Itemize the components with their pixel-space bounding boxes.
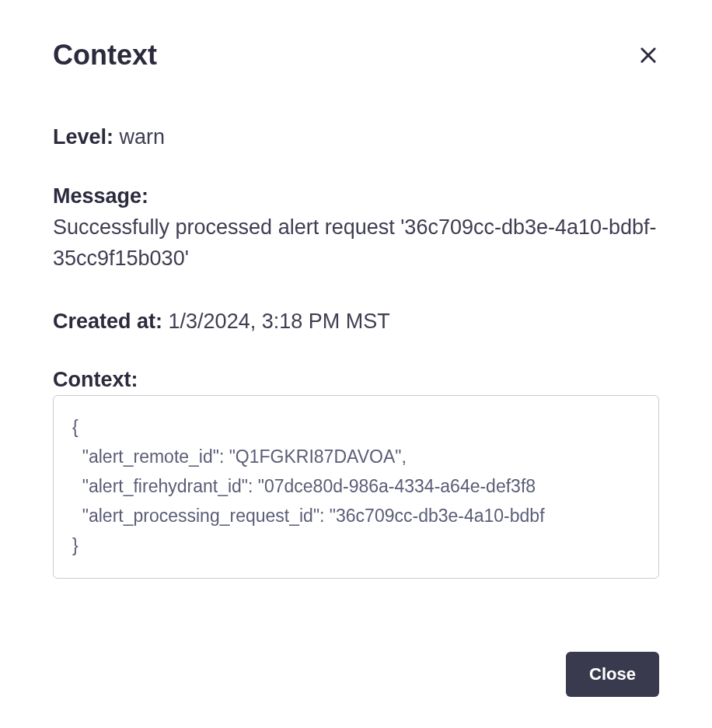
level-label: Level:: [53, 125, 120, 149]
close-button[interactable]: Close: [566, 652, 659, 697]
context-label: Context:: [53, 368, 659, 392]
created-at-value: 1/3/2024, 3:18 PM MST: [169, 310, 390, 333]
field-message: Message: Successfully processed alert re…: [53, 184, 659, 275]
field-context: Context: { "alert_remote_id": "Q1FGKRI87…: [53, 368, 659, 579]
field-created-at: Created at: 1/3/2024, 3:18 PM MST: [53, 306, 659, 338]
created-at-label: Created at:: [53, 310, 169, 333]
dialog-header: Context: [53, 39, 659, 72]
message-value: Successfully processed alert request '36…: [53, 212, 659, 275]
message-label: Message:: [53, 184, 659, 208]
dialog-footer: Close: [566, 652, 659, 697]
context-json-box: { "alert_remote_id": "Q1FGKRI87DAVOA", "…: [53, 395, 659, 579]
level-value: warn: [120, 125, 166, 149]
close-icon[interactable]: [637, 44, 659, 66]
dialog-title: Context: [53, 39, 157, 72]
field-level: Level: warn: [53, 121, 659, 153]
